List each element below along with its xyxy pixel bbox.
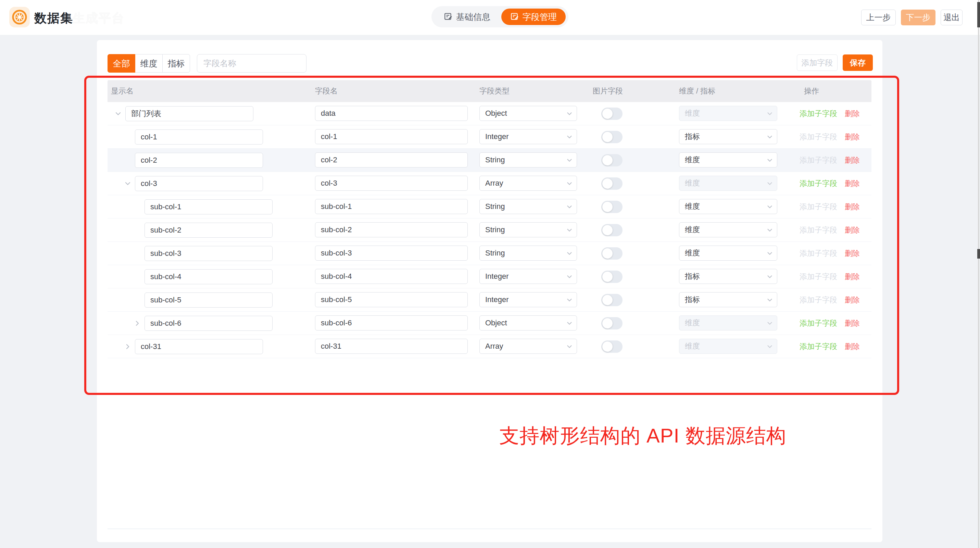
display-name-input[interactable]	[125, 106, 253, 121]
dim-metric-select[interactable]: 维度	[679, 245, 777, 261]
filter-metric-button[interactable]: 指标	[162, 54, 190, 73]
display-name-input[interactable]	[145, 246, 272, 261]
tab-basic-info[interactable]: 基础信息	[435, 6, 499, 27]
table-row: Array维度添加子字段删除	[108, 335, 872, 358]
display-name-input[interactable]	[135, 153, 263, 168]
filter-dimension-button[interactable]: 维度	[135, 54, 163, 73]
expand-closed-icon[interactable]	[133, 319, 142, 328]
delete-field-link[interactable]: 删除	[845, 341, 860, 352]
add-field-button[interactable]: 添加字段	[797, 54, 838, 71]
delete-field-link[interactable]: 删除	[845, 272, 860, 282]
dim-metric-select[interactable]: 维度	[679, 152, 777, 167]
delete-field-link[interactable]: 删除	[845, 248, 860, 259]
field-type-select[interactable]: Integer	[479, 269, 577, 284]
field-type-select[interactable]: Object	[479, 106, 577, 121]
filter-all-button[interactable]: 全部	[108, 54, 135, 73]
image-field-toggle[interactable]	[601, 317, 622, 330]
right-edge-mark-mid	[977, 249, 980, 259]
add-child-field-link[interactable]: 添加子字段	[800, 318, 837, 328]
dim-metric-select[interactable]: 维度	[679, 222, 777, 237]
row-actions: 添加子字段删除	[800, 312, 860, 335]
display-name-input[interactable]	[145, 316, 272, 331]
field-type-select[interactable]: String	[479, 199, 577, 214]
field-name-input[interactable]	[315, 152, 468, 167]
field-type-select[interactable]: Integer	[479, 292, 577, 307]
exit-button[interactable]: 退出	[940, 10, 963, 25]
display-name-input[interactable]	[145, 293, 272, 307]
expand-open-icon[interactable]	[123, 179, 132, 188]
image-field-toggle[interactable]	[601, 154, 622, 166]
prev-step-button[interactable]: 上一步	[861, 10, 896, 25]
display-name-input[interactable]	[135, 339, 263, 354]
field-search-input[interactable]	[197, 54, 307, 73]
delete-field-link[interactable]: 删除	[845, 225, 860, 235]
field-name-input[interactable]	[315, 222, 468, 237]
indent-spacer	[133, 249, 142, 258]
save-button[interactable]: 保存	[843, 54, 873, 71]
col-header-field-type: 字段类型	[479, 80, 509, 102]
display-name-input[interactable]	[145, 269, 272, 284]
tab-label: 基础信息	[456, 11, 490, 22]
add-child-field-link: 添加子字段	[800, 155, 837, 166]
display-name-input[interactable]	[145, 223, 272, 238]
delete-field-link[interactable]: 删除	[845, 155, 860, 166]
field-type-select[interactable]: String	[479, 245, 577, 261]
image-field-toggle[interactable]	[601, 271, 622, 283]
image-field-toggle[interactable]	[601, 108, 622, 120]
field-name-input[interactable]	[315, 269, 468, 284]
image-field-toggle[interactable]	[601, 177, 622, 190]
delete-field-link[interactable]: 删除	[845, 108, 860, 119]
next-step-button[interactable]: 下一步	[901, 10, 935, 25]
display-name-input[interactable]	[135, 129, 263, 145]
field-type-select[interactable]: Array	[479, 176, 577, 191]
field-type-select[interactable]: String	[479, 222, 577, 237]
display-name-input[interactable]	[145, 199, 272, 214]
field-type-select[interactable]: Array	[479, 339, 577, 354]
indent-spacer	[133, 226, 142, 234]
image-field-toggle[interactable]	[601, 224, 622, 236]
dim-metric-select[interactable]: 指标	[679, 129, 777, 144]
image-field-toggle[interactable]	[601, 341, 622, 353]
table-row: Object维度添加子字段删除	[108, 102, 872, 125]
dim-metric-select: 维度	[679, 106, 777, 121]
tab-field-management[interactable]: 字段管理	[501, 8, 566, 25]
expand-closed-icon[interactable]	[123, 342, 132, 351]
add-child-field-link[interactable]: 添加子字段	[800, 108, 837, 119]
add-child-field-link[interactable]: 添加子字段	[800, 341, 837, 352]
display-name-input[interactable]	[135, 176, 263, 191]
delete-field-link[interactable]: 删除	[845, 318, 860, 328]
toggle-knob	[602, 225, 612, 235]
field-name-input[interactable]	[315, 176, 468, 191]
fields-card: 全部 维度 指标 添加字段 保存 显示名 字段名 字段类型 图片字段 维度 / …	[97, 40, 882, 542]
field-name-input[interactable]	[315, 315, 468, 330]
add-child-field-link: 添加子字段	[800, 225, 837, 235]
field-name-input[interactable]	[315, 292, 468, 307]
field-type-select[interactable]: String	[479, 152, 577, 167]
delete-field-link[interactable]: 删除	[845, 295, 860, 305]
delete-field-link[interactable]: 删除	[845, 202, 860, 212]
field-name-input[interactable]	[315, 245, 468, 261]
delete-field-link[interactable]: 删除	[845, 132, 860, 142]
field-name-input[interactable]	[315, 129, 468, 144]
row-actions: 添加子字段删除	[800, 195, 860, 218]
dim-metric-select[interactable]: 指标	[679, 269, 777, 284]
delete-field-link[interactable]: 删除	[845, 178, 860, 189]
image-field-toggle[interactable]	[601, 201, 622, 213]
field-type-select[interactable]: Integer	[479, 129, 577, 144]
image-field-toggle[interactable]	[601, 247, 622, 260]
field-name-input[interactable]	[315, 106, 468, 121]
row-actions: 添加子字段删除	[800, 335, 860, 358]
field-name-input[interactable]	[315, 199, 468, 214]
field-type-select[interactable]: Object	[479, 315, 577, 330]
dim-metric-select[interactable]: 指标	[679, 292, 777, 307]
add-child-field-link[interactable]: 添加子字段	[800, 178, 837, 189]
image-field-toggle[interactable]	[601, 294, 622, 306]
tree-cell	[108, 312, 272, 335]
expand-open-icon[interactable]	[114, 109, 123, 118]
image-field-toggle[interactable]	[601, 131, 622, 143]
dim-metric-value: 维度	[685, 108, 763, 118]
field-name-input[interactable]	[315, 339, 468, 354]
tree-cell	[108, 265, 272, 288]
dim-metric-select[interactable]: 维度	[679, 199, 777, 214]
watermark-text: 生成平台	[73, 10, 125, 27]
